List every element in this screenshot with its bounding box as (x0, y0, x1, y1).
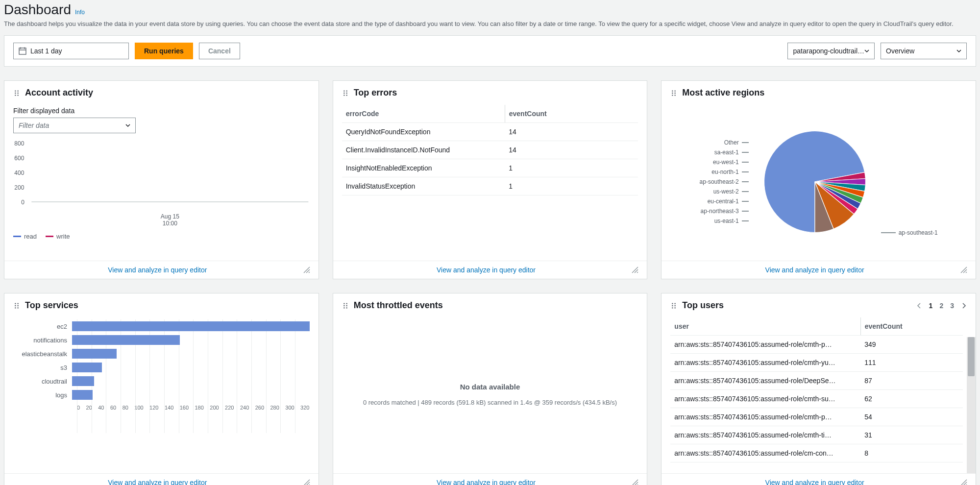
svg-point-24 (672, 92, 673, 93)
resize-handle-icon[interactable] (960, 266, 968, 274)
page-description: The dashboard helps you visualize the da… (4, 20, 976, 28)
widget-title: Top services (25, 300, 78, 311)
svg-text:800: 800 (14, 140, 24, 147)
widget-top-users: Top users 1 2 3 user eventCount arn:aws:… (661, 293, 976, 485)
resize-handle-icon[interactable] (303, 479, 311, 485)
leader-line (742, 201, 749, 202)
svg-point-7 (17, 92, 18, 93)
drag-handle-icon[interactable] (13, 302, 20, 309)
pie-legend-item: ap-northeast-3 (700, 206, 749, 216)
svg-text:400: 400 (14, 170, 24, 176)
event-data-store-select[interactable]: patarapong-cloudtrail… (787, 43, 875, 59)
time-range-value: Last 1 day (30, 47, 62, 55)
info-link[interactable]: Info (75, 9, 85, 16)
view-in-editor-link[interactable]: View and analyze in query editor (669, 266, 960, 274)
svg-point-9 (17, 95, 18, 96)
drag-handle-icon[interactable] (342, 302, 349, 309)
bar (72, 335, 180, 345)
svg-point-21 (346, 95, 347, 96)
bar (72, 363, 102, 372)
pagination: 1 2 3 (916, 302, 967, 310)
controls-bar: Last 1 day Run queries Cancel patarapong… (4, 35, 976, 67)
svg-point-44 (672, 307, 673, 308)
cancel-button[interactable]: Cancel (199, 43, 240, 59)
view-in-editor-link[interactable]: View and analyze in query editor (12, 266, 303, 274)
time-range-select[interactable]: Last 1 day (13, 43, 129, 59)
bar-row: s3 (13, 361, 310, 374)
table-row: arn:aws:sts::857407436105:assumed-role/D… (670, 372, 963, 390)
pie-legend-item: eu-central-1 (700, 196, 749, 206)
x-tick: 20 (86, 405, 92, 411)
cell-user: arn:aws:sts::857407436105:assumed-role/c… (670, 390, 860, 408)
page-1[interactable]: 1 (929, 302, 933, 310)
col-errorcode[interactable]: errorCode (342, 105, 505, 123)
chevron-right-icon[interactable] (961, 303, 967, 309)
caret-down-icon (864, 48, 869, 53)
page-2[interactable]: 2 (939, 302, 943, 310)
col-eventcount[interactable]: eventCount (505, 105, 638, 123)
svg-point-23 (675, 90, 676, 91)
pie-legend-item: ap-southeast-2 (700, 177, 749, 187)
col-eventcount[interactable]: eventCount (860, 317, 963, 336)
filter-data-select[interactable]: Filter data (13, 118, 136, 133)
svg-point-26 (672, 95, 673, 96)
svg-point-6 (15, 92, 16, 93)
svg-point-40 (672, 303, 673, 304)
cell-user: arn:aws:sts::857407436105:assumed-role/c… (670, 354, 860, 372)
view-in-editor-link[interactable]: View and analyze in query editor (341, 479, 632, 485)
svg-point-43 (675, 305, 676, 306)
page-3[interactable]: 3 (950, 302, 954, 310)
resize-handle-icon[interactable] (631, 479, 639, 485)
widget-active-regions: Most active regions Othersa-east-1eu-wes… (661, 80, 976, 279)
cell-eventcount: 111 (860, 354, 963, 372)
dashboard-type-select[interactable]: Overview (881, 43, 967, 59)
drag-handle-icon[interactable] (342, 90, 349, 97)
view-in-editor-link[interactable]: View and analyze in query editor (669, 479, 960, 485)
drag-handle-icon[interactable] (670, 90, 677, 97)
view-in-editor-link[interactable]: View and analyze in query editor (341, 266, 632, 274)
x-tick: 100 (134, 405, 143, 411)
no-data-subtitle: 0 records matched | 489 records (591.8 k… (363, 399, 617, 406)
x-tick: 300 (285, 405, 294, 411)
widget-account-activity: Account activity Filter displayed data F… (4, 80, 319, 279)
cell-eventcount: 1 (505, 159, 638, 177)
pie-legend: Othersa-east-1eu-west-1eu-north-1ap-sout… (700, 138, 749, 226)
resize-handle-icon[interactable] (960, 479, 968, 485)
cell-user: arn:aws:sts::857407436105:assumed-role/c… (670, 426, 860, 444)
svg-point-16 (343, 90, 344, 91)
x-tick: 180 (195, 405, 204, 411)
view-in-editor-link[interactable]: View and analyze in query editor (12, 479, 303, 485)
scrollbar[interactable] (967, 337, 976, 473)
resize-handle-icon[interactable] (631, 266, 639, 274)
bar-label: s3 (13, 364, 72, 371)
resize-handle-icon[interactable] (303, 266, 311, 274)
cell-eventcount: 62 (860, 390, 963, 408)
svg-point-35 (346, 303, 347, 304)
bar-label: cloudtrail (13, 378, 72, 385)
pie-legend-label: us-west-2 (713, 188, 739, 195)
x-tick: 160 (180, 405, 189, 411)
scrollbar-thumb[interactable] (968, 337, 975, 376)
no-data-title: No data available (460, 383, 520, 391)
chevron-left-icon[interactable] (916, 303, 922, 309)
table-row: arn:aws:sts::857407436105:assumed-role/c… (670, 336, 963, 354)
bar-label: elasticbeanstalk (13, 350, 72, 358)
svg-point-18 (343, 92, 344, 93)
drag-handle-icon[interactable] (670, 302, 677, 309)
drag-handle-icon[interactable] (13, 90, 20, 97)
cell-eventcount: 349 (860, 336, 963, 354)
bar-label: ec2 (13, 323, 72, 330)
cell-user: arn:aws:sts::857407436105:assumed-role/c… (670, 408, 860, 426)
callout-line (881, 232, 896, 233)
filter-placeholder: Filter data (19, 121, 49, 129)
pie-legend-item: us-east-1 (700, 216, 749, 226)
run-queries-button[interactable]: Run queries (135, 43, 193, 59)
leader-line (742, 162, 749, 163)
x-axis-label-line2: 10:00 (30, 220, 310, 227)
col-user[interactable]: user (670, 317, 860, 336)
pie-legend-label: eu-north-1 (711, 169, 738, 175)
leader-line (742, 181, 749, 182)
bar-label: notifications (13, 337, 72, 344)
x-tick: 320 (300, 405, 309, 411)
x-tick: 240 (240, 405, 249, 411)
